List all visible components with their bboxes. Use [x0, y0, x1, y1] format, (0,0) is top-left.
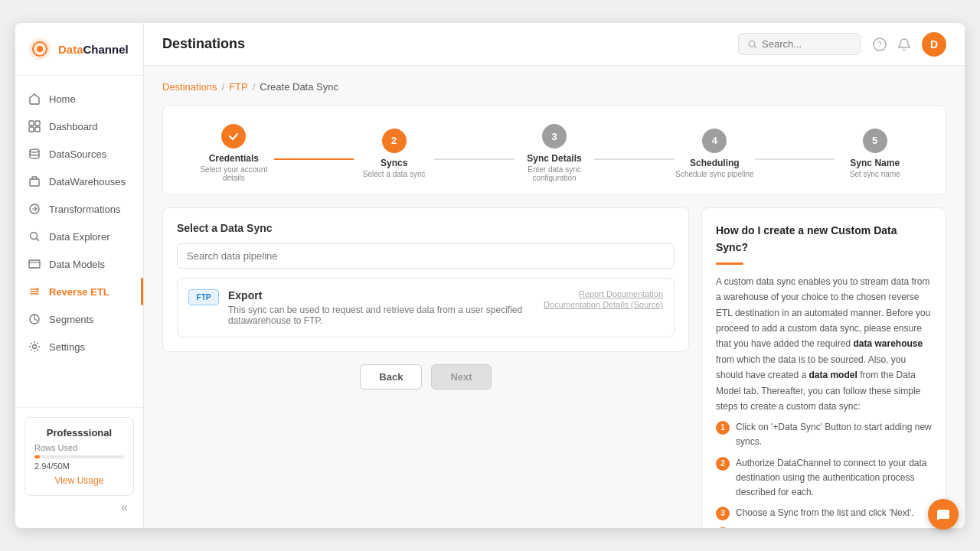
help-panel-title: How do I create a new Custom Data Sync?: [716, 222, 932, 256]
svg-point-13: [33, 345, 37, 349]
sync-desc: This sync can be used to request and ret…: [228, 305, 534, 326]
rows-label: Rows Used: [34, 443, 124, 452]
data-explorer-icon: [28, 230, 41, 243]
sidebar-item-transformations-label: Transformations: [49, 204, 120, 215]
sidebar-item-data-models[interactable]: Data Models: [15, 250, 143, 278]
breadcrumb-destinations[interactable]: Destinations: [162, 81, 217, 93]
sidebar-item-settings[interactable]: Settings: [15, 333, 143, 360]
sync-links: Report Documentation Documentation Detai…: [544, 289, 663, 309]
view-usage-link[interactable]: View Usage: [34, 475, 124, 486]
step-label-2: Syncs: [381, 158, 407, 168]
connector-4: [755, 158, 835, 160]
help-step-4: 4 Configure the sync by selecting the da…: [716, 527, 932, 528]
step-sub-2: Select a data sync: [363, 170, 426, 178]
svg-rect-3: [29, 121, 34, 126]
stepper: Credentials Select your account details …: [162, 105, 946, 195]
datawarehouses-icon: [28, 174, 41, 188]
rows-count: 2.94/50M: [34, 461, 124, 471]
segments-icon: [28, 312, 41, 326]
nav-menu: Home Dashboard DataSources: [15, 76, 143, 407]
data-models-icon: [28, 257, 41, 271]
step-circle-4: 4: [702, 129, 727, 153]
breadcrumb-current: Create Data Sync: [260, 81, 338, 93]
connector-2: [434, 158, 514, 160]
help-step-2: 2 Authorize DataChannel to connect to yo…: [716, 456, 932, 500]
help-bold-1: data warehouse: [853, 338, 923, 349]
sidebar-item-home[interactable]: Home: [15, 85, 143, 112]
sidebar-bottom: Professsional Rows Used 2.94/50M View Us…: [15, 407, 143, 528]
help-step-1: 1 Click on '+Data Sync' Button to start …: [716, 420, 932, 449]
svg-rect-6: [35, 127, 40, 132]
sidebar-item-reverse-etl-label: Reverse ETL: [49, 286, 109, 298]
svg-text:?: ?: [877, 41, 882, 49]
select-sync-box: Select a Data Sync FTP Export This sync …: [162, 207, 689, 352]
step-2: 2 Syncs Select a data sync: [354, 129, 434, 178]
chat-button[interactable]: [928, 499, 959, 530]
sidebar-item-transformations[interactable]: Transformations: [15, 195, 143, 223]
logo-icon: [28, 37, 52, 61]
plan-name: Professsional: [34, 427, 124, 439]
notifications-icon[interactable]: [897, 37, 911, 51]
sync-name: Export: [228, 289, 534, 302]
main-content: Destinations ? D Destinations / FTP: [144, 23, 965, 528]
step-sub-3: Enter data sync configuration: [514, 165, 595, 182]
datasources-icon: [28, 147, 41, 161]
step-3: 3 Sync Details Enter data sync configura…: [514, 124, 595, 182]
step-label-4: Scheduling: [690, 158, 740, 168]
sidebar-item-data-models-label: Data Models: [49, 259, 105, 270]
help-panel: How do I create a new Custom Data Sync? …: [701, 207, 946, 528]
breadcrumb-ftp[interactable]: FTP: [229, 81, 248, 93]
next-button[interactable]: Next: [431, 364, 491, 390]
step-label-5: Sync Name: [850, 158, 900, 168]
help-bold-2: data model: [808, 370, 857, 380]
ftp-badge: FTP: [188, 289, 219, 305]
svg-point-7: [30, 149, 39, 152]
svg-rect-5: [29, 127, 34, 132]
plan-box: Professsional Rows Used 2.94/50M View Us…: [24, 417, 134, 496]
step-label-3: Sync Details: [527, 153, 581, 164]
help-icon[interactable]: ?: [873, 37, 887, 51]
sidebar-item-home-label: Home: [49, 93, 76, 105]
header-right: ? D: [738, 32, 946, 57]
back-button[interactable]: Back: [360, 364, 422, 390]
svg-rect-8: [30, 179, 39, 186]
sidebar-item-data-explorer-label: Data Explorer: [49, 231, 109, 243]
help-step-3: 3 Choose a Sync from the list and click …: [716, 506, 932, 520]
sidebar-item-segments[interactable]: Segments: [15, 305, 143, 333]
logo: DataChannel: [15, 23, 143, 76]
sync-link-1[interactable]: Report Documentation: [579, 289, 663, 298]
left-panel: Select a Data Sync FTP Export This sync …: [162, 207, 689, 528]
sidebar-item-settings-label: Settings: [49, 341, 85, 353]
transformations-icon: [28, 202, 41, 216]
dashboard-icon: [28, 119, 41, 133]
connector-1: [274, 158, 354, 160]
content-area: Destinations / FTP / Create Data Sync Cr…: [144, 66, 965, 528]
svg-point-2: [37, 46, 43, 52]
reverse-etl-icon: [28, 285, 41, 298]
header: Destinations ? D: [144, 23, 965, 66]
search-pipeline-input[interactable]: [177, 243, 675, 269]
sidebar-item-dashboard[interactable]: Dashboard: [15, 112, 143, 140]
step-circle-5: 5: [863, 129, 887, 153]
step-sub-4: Schedule sync pipeline: [675, 170, 753, 178]
sync-option-export[interactable]: FTP Export This sync can be used to requ…: [177, 278, 675, 337]
collapse-sidebar-button[interactable]: «: [24, 496, 134, 519]
sidebar-item-data-explorer[interactable]: Data Explorer: [15, 223, 143, 250]
help-panel-underline: [716, 262, 743, 265]
sidebar-item-datasources-label: DataSources: [49, 148, 106, 160]
progress-fill: [34, 455, 40, 458]
sidebar-item-reverse-etl[interactable]: Reverse ETL: [15, 278, 143, 305]
sidebar-item-datawarehouses[interactable]: DataWarehouses: [15, 168, 143, 195]
search-input[interactable]: [762, 38, 851, 50]
header-icons: ? D: [873, 32, 946, 57]
logo-label: DataChannel: [58, 43, 129, 56]
avatar[interactable]: D: [922, 32, 946, 57]
step-circle-3: 3: [542, 124, 567, 148]
select-sync-title: Select a Data Sync: [177, 222, 675, 234]
sidebar-item-dashboard-label: Dashboard: [49, 121, 98, 132]
step-4: 4 Scheduling Schedule sync pipeline: [675, 129, 755, 178]
sidebar-item-segments-label: Segments: [49, 314, 94, 325]
sync-link-2[interactable]: Documentation Details (Source): [544, 300, 663, 309]
sidebar-item-datasources[interactable]: DataSources: [15, 140, 143, 168]
body-row: Select a Data Sync FTP Export This sync …: [162, 207, 946, 528]
